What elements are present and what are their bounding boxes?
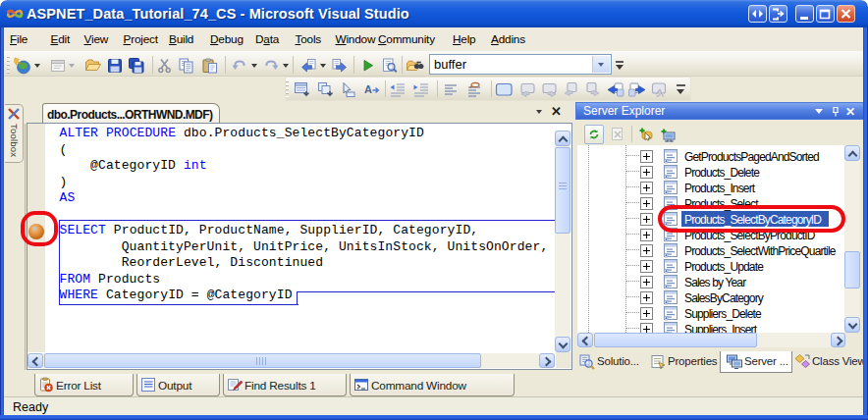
svg-text:A: A xyxy=(364,83,372,95)
